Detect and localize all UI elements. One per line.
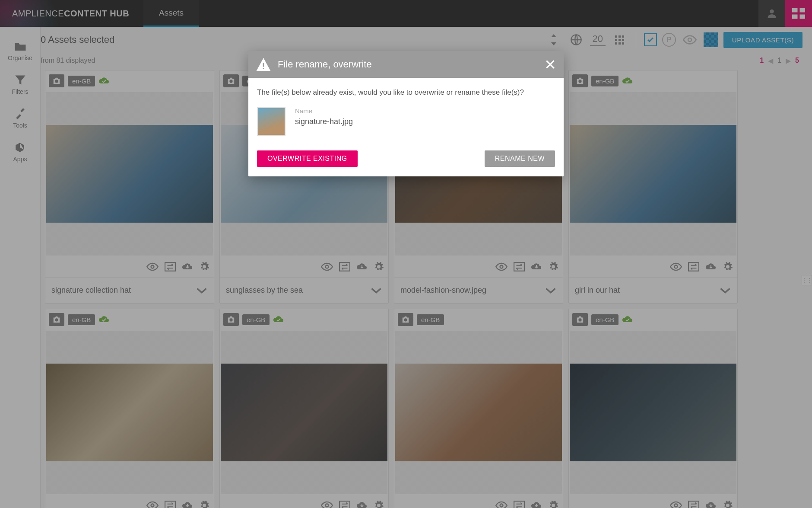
overwrite-label: OVERWRITE EXISTING [267,155,347,162]
modal-title: File rename, overwrite [278,59,372,70]
rename-label: RENAME NEW [495,155,545,162]
conflict-file-meta: Name signature-hat.jpg [295,107,353,126]
warning-icon [256,58,271,71]
modal-actions: OVERWRITE EXISTING RENAME NEW [248,150,564,176]
conflict-file-thumb [257,107,285,136]
file-name-value: signature-hat.jpg [295,117,353,126]
file-name-label: Name [295,107,353,115]
modal-close[interactable] [545,59,556,70]
rename-button[interactable]: RENAME NEW [485,150,555,167]
modal-message: The file(s) below already exist, would y… [257,88,555,97]
file-rename-modal: File rename, overwrite The file(s) below… [248,51,564,176]
overwrite-button[interactable]: OVERWRITE EXISTING [257,150,358,167]
modal-overlay[interactable]: File rename, overwrite The file(s) below… [0,0,812,508]
modal-body: The file(s) below already exist, would y… [248,78,564,150]
modal-header: File rename, overwrite [248,51,564,78]
close-icon [545,59,556,70]
conflict-file-row: Name signature-hat.jpg [257,107,555,136]
